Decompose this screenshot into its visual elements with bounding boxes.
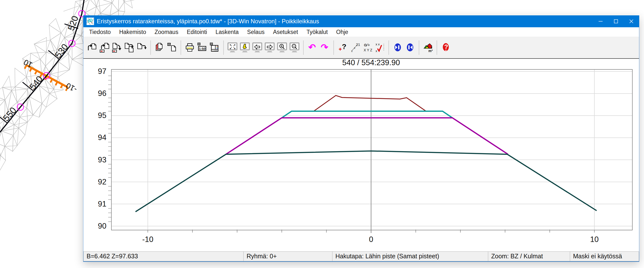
next-view-button[interactable] bbox=[264, 41, 276, 54]
y-tick-label: 90 bbox=[98, 222, 106, 230]
y-tick-label: 94 bbox=[98, 133, 106, 142]
print-button[interactable] bbox=[184, 41, 196, 54]
status-segment-0: B=6.462 Z=97.633 bbox=[83, 251, 244, 261]
svg-text:x: x bbox=[376, 49, 377, 53]
file-stack-button[interactable] bbox=[153, 41, 166, 54]
toolbar-separator bbox=[419, 40, 419, 55]
page-setup-icon: 1:100 bbox=[209, 42, 220, 53]
save-file-button[interactable] bbox=[136, 41, 148, 54]
menu-item-laskenta[interactable]: Laskenta bbox=[211, 27, 243, 37]
file-select-icon bbox=[166, 42, 177, 53]
menu-item-tiedosto[interactable]: Tiedosto bbox=[85, 27, 115, 37]
app-window: 3D Eristyskerros ratarakenteissa, yläpin… bbox=[83, 15, 639, 262]
zoom-out-button[interactable] bbox=[288, 41, 301, 54]
series-lower-surface-darkteal bbox=[136, 151, 596, 212]
station-label-520: 520 bbox=[66, 14, 80, 32]
open-file-button[interactable] bbox=[86, 41, 98, 54]
save-file-icon bbox=[136, 42, 147, 53]
prev-view-button[interactable] bbox=[251, 41, 264, 54]
volume-m3-button[interactable]: m³ bbox=[422, 41, 434, 54]
help-button[interactable]: ?+ bbox=[440, 41, 452, 54]
cross-section-chart[interactable]: 9091929394959697-10010540 / 554:239.90 bbox=[83, 59, 638, 252]
y-tick-label: 91 bbox=[98, 200, 106, 208]
copy-file-button[interactable] bbox=[123, 41, 136, 54]
pan-button[interactable] bbox=[239, 41, 251, 54]
next-element-icon bbox=[404, 42, 416, 53]
toolbar-separator bbox=[223, 40, 224, 55]
section-label-right: -10 bbox=[64, 81, 78, 94]
svg-text:1:50: 1:50 bbox=[199, 47, 206, 50]
line-info-button[interactable]: 21xx bbox=[349, 41, 361, 54]
point-info-icon: +? bbox=[337, 42, 348, 53]
svg-text:21: 21 bbox=[356, 42, 360, 47]
menu-item-hakemisto[interactable]: Hakemisto bbox=[115, 27, 150, 37]
y-tick-label: 93 bbox=[98, 155, 106, 164]
open-file-device-button[interactable] bbox=[98, 41, 111, 54]
menu-item-asetukset[interactable]: Asetukset bbox=[269, 27, 302, 37]
check-points-button[interactable]: x xx bbox=[374, 41, 386, 54]
svg-text:1:100: 1:100 bbox=[212, 49, 218, 51]
svg-text:+: + bbox=[338, 46, 342, 52]
toolbar-separator bbox=[334, 40, 334, 55]
file-select-button[interactable] bbox=[166, 41, 178, 54]
series-structure-mid-purple bbox=[226, 118, 508, 154]
point-info-button[interactable]: +? bbox=[336, 41, 349, 54]
save-file-device-icon bbox=[112, 42, 122, 53]
toolbar-group-7: m³ bbox=[422, 41, 434, 54]
minimize-button[interactable] bbox=[593, 15, 608, 27]
prev-element-button[interactable] bbox=[392, 41, 404, 54]
svg-text:+: + bbox=[445, 49, 447, 52]
menubar: TiedostoHakemistoZoomausEditointiLaskent… bbox=[83, 27, 639, 37]
caption-buttons bbox=[593, 15, 639, 27]
toolbar-group-0 bbox=[86, 41, 148, 54]
status-segment-3: Zoom: BZ / Kulmat bbox=[488, 251, 570, 261]
toolbar-group-2: 1:501:100 bbox=[184, 41, 221, 54]
coordinate-tools-icon: ⊖⁄+X Y Z bbox=[362, 42, 373, 53]
status-segment-2: Hakutapa: Lähin piste (Samat pisteet) bbox=[332, 251, 488, 261]
toolbar-group-4: ↶↷ bbox=[306, 41, 331, 54]
coordinate-tools-button[interactable]: ⊖⁄+X Y Z bbox=[361, 41, 374, 54]
menu-item-ohje[interactable]: Ohje bbox=[332, 27, 352, 37]
zoom-out-icon bbox=[289, 42, 300, 53]
pan-icon bbox=[240, 42, 250, 53]
svg-text:↙: ↙ bbox=[230, 46, 232, 50]
undo-button[interactable]: ↶ bbox=[306, 41, 318, 54]
redo-button[interactable]: ↷ bbox=[318, 41, 331, 54]
svg-text:↷: ↷ bbox=[321, 42, 328, 52]
y-tick-label: 96 bbox=[98, 89, 106, 98]
chart-title: 540 / 554:239.90 bbox=[342, 59, 400, 67]
copy-file-icon bbox=[124, 42, 135, 53]
menu-item-editointi[interactable]: Editointi bbox=[182, 27, 211, 37]
series-structure-top-teal bbox=[282, 111, 452, 118]
redo-icon: ↷ bbox=[319, 42, 330, 53]
toolbar-separator bbox=[150, 40, 151, 55]
cross-section-chart-area[interactable]: 9091929394959697-10010540 / 554:239.90 bbox=[83, 58, 639, 251]
svg-text:↘: ↘ bbox=[233, 46, 236, 50]
maximize-button[interactable] bbox=[608, 15, 624, 27]
line-info-icon: 21xx bbox=[350, 42, 360, 53]
zoom-in-button[interactable] bbox=[276, 41, 288, 54]
zoom-in-icon bbox=[276, 42, 288, 53]
save-file-device-button[interactable] bbox=[111, 41, 123, 54]
menu-item-selaus[interactable]: Selaus bbox=[243, 27, 269, 37]
page-setup-button[interactable]: 1:100 bbox=[208, 41, 221, 54]
status-segment-4: Maski ei käytössä bbox=[570, 251, 639, 261]
x-tick-label: 0 bbox=[369, 235, 373, 244]
toolbar-group-3: ↖↗↙↘ bbox=[226, 41, 301, 54]
menu-item-työkalut[interactable]: Työkalut bbox=[302, 27, 332, 37]
next-element-button[interactable] bbox=[404, 41, 416, 54]
svg-text:x: x bbox=[354, 47, 355, 49]
toolbar-group-6 bbox=[392, 41, 416, 54]
toolbar-separator bbox=[180, 40, 181, 55]
close-button[interactable] bbox=[624, 15, 639, 27]
window-title: Eristyskerros ratarakenteissa, yläpinta.… bbox=[97, 18, 593, 25]
zoom-all-button[interactable]: ↖↗↙↘ bbox=[226, 41, 239, 54]
zoom-all-icon: ↖↗↙↘ bbox=[227, 42, 238, 53]
scale-1-50-button[interactable]: 1:50 bbox=[196, 41, 208, 54]
help-icon: ?+ bbox=[440, 42, 451, 53]
svg-text:?: ? bbox=[342, 42, 346, 50]
print-icon bbox=[184, 42, 195, 53]
menu-item-zoomaus[interactable]: Zoomaus bbox=[150, 27, 182, 37]
scale-1-50-icon: 1:50 bbox=[197, 42, 208, 53]
titlebar[interactable]: 3D Eristyskerros ratarakenteissa, yläpin… bbox=[83, 15, 639, 27]
